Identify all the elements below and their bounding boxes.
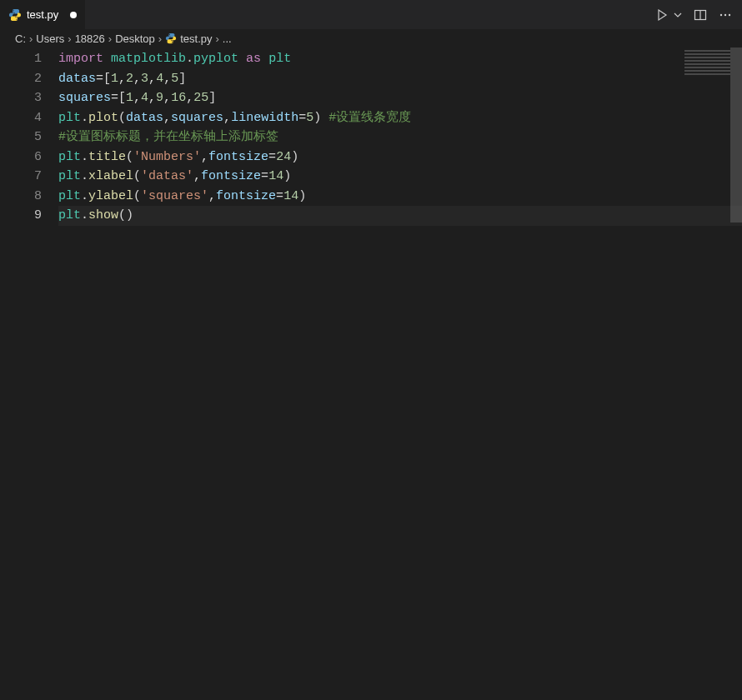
chevron-right-icon: › (215, 32, 218, 45)
chevron-right-icon: › (158, 32, 162, 45)
python-file-icon (165, 32, 177, 44)
code-line[interactable]: plt.ylabel('squares',fontsize=14) (58, 187, 742, 207)
more-icon[interactable] (719, 8, 732, 22)
code-line[interactable]: plt.title('Numbers',fontsize=24) (58, 148, 742, 168)
breadcrumbs: C: › Users › 18826 › Desktop › test.py ›… (0, 29, 742, 48)
line-number: 7 (0, 167, 42, 187)
chevron-right-icon: › (68, 32, 71, 45)
code-line[interactable]: plt.plot(datas,squares,linewidth=5) #设置线… (58, 108, 742, 128)
chevron-right-icon: › (29, 32, 33, 45)
code-line[interactable]: datas=[1,2,3,4,5] (58, 69, 742, 89)
line-number: 5 (0, 128, 42, 148)
dirty-indicator-icon[interactable] (70, 12, 77, 18)
svg-point-4 (729, 13, 730, 15)
tab-bar: test.py (0, 0, 742, 29)
code-line[interactable]: plt.show() (58, 206, 742, 226)
vertical-scrollbar[interactable] (730, 48, 742, 222)
line-number-gutter: 123456789 (0, 48, 58, 700)
breadcrumb-item[interactable]: ... (223, 32, 232, 45)
code-line[interactable]: plt.xlabel('datas',fontsize=14) (58, 167, 742, 187)
line-number: 6 (0, 148, 42, 168)
code-line[interactable]: squares=[1,4,9,16,25] (58, 88, 742, 108)
breadcrumb-item[interactable]: Desktop (115, 32, 155, 45)
line-number: 9 (0, 206, 42, 226)
title-actions (655, 8, 742, 22)
code-line[interactable]: import matplotlib.pyplot as plt (58, 49, 742, 69)
run-icon[interactable] (655, 8, 669, 22)
svg-point-3 (724, 13, 726, 15)
code-content[interactable]: import matplotlib.pyplot as pltdatas=[1,… (58, 48, 742, 700)
svg-point-2 (720, 13, 722, 15)
code-line[interactable]: #设置图标标题，并在坐标轴上添加标签 (58, 128, 742, 148)
split-editor-icon[interactable] (694, 8, 707, 22)
breadcrumb-item[interactable]: C: (15, 32, 26, 45)
tab-group: test.py (0, 0, 86, 29)
line-number: 4 (0, 108, 42, 128)
line-number: 1 (0, 49, 42, 69)
editor-area[interactable]: 123456789 import matplotlib.pyplot as pl… (0, 48, 742, 700)
breadcrumb-item[interactable]: 18826 (75, 32, 105, 45)
minimap[interactable] (684, 50, 730, 83)
tab-test-py[interactable]: test.py (0, 0, 86, 29)
chevron-down-icon[interactable] (674, 11, 682, 19)
breadcrumb-item[interactable]: Users (36, 32, 64, 45)
line-number: 2 (0, 69, 42, 89)
python-file-icon (8, 8, 22, 22)
tab-label: test.py (27, 8, 58, 21)
chevron-right-icon: › (108, 32, 112, 45)
breadcrumb-item[interactable]: test.py (180, 32, 212, 45)
line-number: 8 (0, 187, 42, 207)
line-number: 3 (0, 88, 42, 108)
